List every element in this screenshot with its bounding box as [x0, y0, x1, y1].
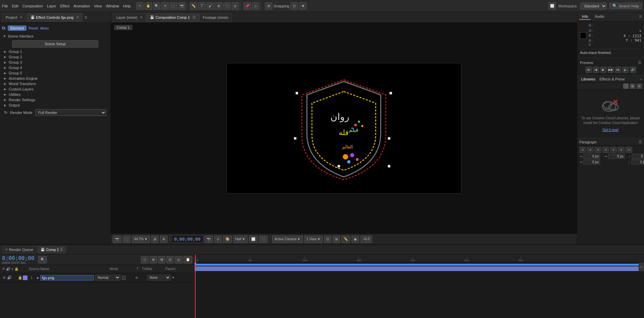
lib-color-btn[interactable]: [623, 83, 629, 89]
vt-transparency[interactable]: ⬜: [249, 236, 258, 243]
layer-lock-btn[interactable]: 🔒: [17, 275, 23, 280]
preview-audio[interactable]: 🔈: [623, 67, 629, 73]
vt-quality[interactable]: Half ▼: [233, 236, 248, 243]
layer-audio-btn[interactable]: 🔊: [7, 275, 12, 280]
tool-eraser[interactable]: ⬛: [223, 2, 231, 10]
tree-group2[interactable]: ▶ Group 2: [1, 54, 109, 60]
tool-puppet[interactable]: 📌: [244, 2, 251, 10]
menu-help[interactable]: Help: [123, 4, 131, 8]
tool-roto[interactable]: ◎: [232, 2, 239, 10]
menu-effect[interactable]: Effect: [60, 4, 69, 8]
preview-forward[interactable]: ▶▶: [608, 67, 614, 73]
search-help-box[interactable]: 🔍 Search Help: [609, 3, 642, 9]
tree-group3[interactable]: ▶ Group 3: [1, 60, 109, 65]
preview-menu[interactable]: ☰: [638, 60, 641, 65]
tree-output[interactable]: ▶ Output: [1, 103, 109, 108]
comp-canvas[interactable]: روان فله فيلم العالم: [226, 63, 461, 194]
layer-mode-select[interactable]: Normal Add Multiply: [95, 275, 120, 280]
vt-resize[interactable]: ⊞: [151, 236, 159, 243]
snap-options[interactable]: ⊡: [290, 2, 298, 10]
tl-capture-btn[interactable]: 📋: [183, 256, 192, 263]
preview-first[interactable]: ⏮: [586, 67, 592, 73]
tool-zoom[interactable]: 🔍: [153, 2, 160, 10]
layer-parent-select[interactable]: None: [147, 275, 171, 280]
ec-element-button[interactable]: Element: [8, 25, 26, 31]
preview-back[interactable]: ◀: [593, 67, 599, 73]
tool-selection[interactable]: ↖: [136, 2, 144, 10]
vt-snapshot[interactable]: 📷: [113, 236, 121, 243]
tab-comp1[interactable]: 💾 Comp 1 ☰: [38, 246, 66, 253]
indent-first-input[interactable]: [583, 160, 600, 165]
align-justify-btn[interactable]: ≡: [602, 147, 609, 153]
close-ec-icon[interactable]: ✕: [76, 15, 79, 19]
rq-close-icon[interactable]: ✕: [5, 248, 8, 251]
tool-pen[interactable]: ✏️: [190, 2, 197, 10]
menu-window[interactable]: Window: [106, 4, 119, 8]
gpu-info[interactable]: ⬜: [548, 2, 556, 10]
tl-layer-btn[interactable]: ⊡: [166, 256, 174, 263]
layer-vis-btn[interactable]: 👁: [1, 276, 7, 280]
menu-view[interactable]: View: [94, 4, 102, 8]
align-justify-right-btn[interactable]: ≡: [618, 147, 625, 153]
tab-info[interactable]: Info: [579, 14, 591, 20]
vt-camera-btn[interactable]: Active Camera ▼: [272, 236, 303, 243]
vt-plus-value[interactable]: +0.0: [361, 236, 372, 243]
close-project-icon[interactable]: ✕: [20, 15, 22, 19]
preview-last[interactable]: ⏭: [615, 67, 621, 73]
preview-loop[interactable]: 🔊: [630, 67, 636, 73]
tl-stagger-btn[interactable]: ⬡: [141, 256, 149, 263]
tree-group4[interactable]: ▶ Group 4: [1, 65, 109, 70]
menu-file[interactable]: File: [2, 4, 8, 8]
snap-extra[interactable]: ❖: [299, 2, 307, 10]
tool-stamp[interactable]: ⊕: [215, 2, 222, 10]
si-label-row[interactable]: ▼ Scene Interface: [1, 34, 109, 39]
tool-brush[interactable]: 🖌: [207, 2, 214, 10]
vt-pixel-aspect[interactable]: ⬛: [259, 236, 268, 243]
tab-effects-preset[interactable]: Effects & Prese: [597, 76, 627, 82]
tab-layer[interactable]: Layer (none) ✕: [113, 13, 146, 22]
lib-list-btn[interactable]: ≡: [637, 83, 642, 89]
align-right-btn[interactable]: ≡: [595, 147, 601, 153]
para-menu-icon[interactable]: ☰: [639, 140, 642, 144]
vt-rulers[interactable]: 📏: [341, 236, 350, 243]
info-panel-menu[interactable]: ☰: [639, 15, 642, 18]
comp1-menu-icon[interactable]: ☰: [60, 247, 63, 252]
snap-toggle[interactable]: ⊞: [265, 2, 272, 10]
tree-custom-layers[interactable]: ▶ Custom Layers: [1, 86, 109, 92]
tool-text[interactable]: T: [198, 2, 206, 10]
tab-audio[interactable]: Audio: [592, 14, 607, 20]
vt-timecode[interactable]: 0;00;00;00: [172, 236, 203, 243]
tab-composition[interactable]: 💾 Composition Comp 1 ☰: [146, 13, 199, 22]
vt-camera-opts[interactable]: ◉: [352, 236, 359, 243]
lib-grid-btn[interactable]: ⊞: [630, 83, 635, 89]
menu-edit[interactable]: Edit: [12, 4, 18, 8]
ec-reset-link[interactable]: Reset: [29, 26, 38, 30]
align-left-btn[interactable]: ≡: [579, 147, 586, 153]
tab-effect-controls[interactable]: 💾 Effect Controls fgu.png ✕: [27, 13, 83, 22]
align-justify-last-btn[interactable]: ≡: [610, 147, 617, 153]
vt-grid[interactable]: ⊞: [333, 236, 340, 243]
vt-motion-blur[interactable]: ⊙: [214, 236, 222, 243]
space-after-input[interactable]: [631, 160, 644, 165]
tl-comp-btn2[interactable]: ⊞: [158, 256, 165, 263]
tl-draft-btn[interactable]: ⊕: [150, 256, 157, 263]
indent-right-input[interactable]: [608, 154, 625, 159]
layer-name-input[interactable]: [40, 275, 94, 280]
space-before-input[interactable]: [632, 154, 644, 159]
ec-about-link[interactable]: Abou: [40, 26, 49, 30]
tool-camera[interactable]: ⬚: [170, 2, 177, 10]
tool-rotation[interactable]: ↺: [161, 2, 169, 10]
tool-camera2[interactable]: 📷: [178, 2, 185, 10]
vt-comp-btn[interactable]: ⊕: [160, 236, 167, 243]
tab-footage[interactable]: Footage (none): [199, 13, 232, 22]
tab-project[interactable]: Project ✕: [2, 13, 26, 22]
vt-view-btn[interactable]: 1 View ▼: [304, 236, 323, 243]
tree-animation-engine[interactable]: ▶ Animation Engine: [1, 76, 109, 81]
vt-snapshot-btn[interactable]: 📷: [204, 236, 213, 243]
render-mode-select[interactable]: Full Render Ambient Occlusion Depth: [35, 109, 106, 116]
menu-layer[interactable]: Layer: [47, 4, 56, 8]
menu-composition[interactable]: Composition: [22, 4, 43, 8]
comp-menu-icon[interactable]: ☰: [193, 15, 196, 19]
tab-render-queue[interactable]: ✕ Render Queue: [2, 246, 36, 253]
tree-group5[interactable]: ▶ Group 5: [1, 70, 109, 76]
